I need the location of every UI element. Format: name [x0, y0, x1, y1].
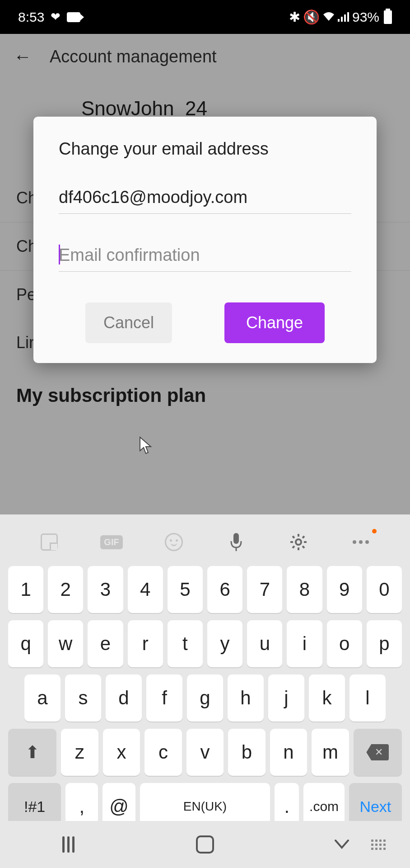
- key-v[interactable]: v: [186, 729, 224, 776]
- key-j[interactable]: j: [268, 675, 304, 722]
- svg-point-6: [296, 539, 301, 545]
- android-nav-bar: [0, 821, 410, 868]
- signal-icon: [338, 9, 349, 25]
- key-n[interactable]: n: [270, 729, 308, 776]
- camera-icon: [67, 12, 80, 22]
- more-icon[interactable]: [349, 531, 372, 553]
- keyboard-row-zxcv: ⬆ z x c v b n m ✕: [8, 729, 402, 776]
- key-r[interactable]: r: [128, 620, 163, 667]
- key-c[interactable]: c: [144, 729, 182, 776]
- soft-keyboard: GIF 1 2 3 4 5 6 7 8 9 0 q w e r t y: [0, 514, 410, 868]
- key-z[interactable]: z: [61, 729, 98, 776]
- key-7[interactable]: 7: [247, 566, 282, 613]
- key-k[interactable]: k: [309, 675, 345, 722]
- keyboard-row-numbers: 1 2 3 4 5 6 7 8 9 0: [8, 566, 402, 613]
- key-s[interactable]: s: [65, 675, 101, 722]
- svg-rect-0: [338, 19, 340, 22]
- key-8[interactable]: 8: [287, 566, 322, 613]
- key-9[interactable]: 9: [327, 566, 362, 613]
- svg-line-13: [293, 546, 294, 548]
- mic-icon[interactable]: [225, 531, 247, 553]
- svg-rect-1: [341, 17, 343, 22]
- key-backspace[interactable]: ✕: [354, 729, 402, 776]
- key-p[interactable]: p: [367, 620, 402, 667]
- status-bar: 8:53 ❤ ✱ 🔇 93%: [0, 0, 410, 34]
- wifi-icon: [322, 9, 335, 25]
- svg-rect-3: [347, 12, 349, 22]
- dialog-title: Change your email address: [59, 139, 351, 159]
- email-confirmation-input[interactable]: [59, 241, 351, 272]
- nav-back-button[interactable]: [324, 833, 360, 856]
- key-y[interactable]: y: [207, 620, 242, 667]
- key-2[interactable]: 2: [48, 566, 83, 613]
- key-0[interactable]: 0: [367, 566, 402, 613]
- mute-icon: 🔇: [303, 9, 320, 25]
- nav-keyboard-toggle[interactable]: [360, 833, 396, 856]
- key-h[interactable]: h: [228, 675, 264, 722]
- status-time: 8:53: [18, 9, 44, 25]
- change-email-dialog: Change your email address Cancel Change: [33, 117, 377, 363]
- svg-line-14: [303, 536, 304, 538]
- gear-icon[interactable]: [287, 531, 310, 553]
- key-6[interactable]: 6: [207, 566, 242, 613]
- key-x[interactable]: x: [103, 729, 140, 776]
- key-3[interactable]: 3: [88, 566, 123, 613]
- battery-icon: [384, 10, 392, 24]
- key-d[interactable]: d: [106, 675, 142, 722]
- key-i[interactable]: i: [287, 620, 322, 667]
- key-w[interactable]: w: [48, 620, 83, 667]
- key-b[interactable]: b: [228, 729, 266, 776]
- keyboard-row-qwerty: q w e r t y u i o p: [8, 620, 402, 667]
- svg-line-11: [293, 536, 294, 538]
- key-e[interactable]: e: [88, 620, 123, 667]
- key-5[interactable]: 5: [168, 566, 203, 613]
- key-f[interactable]: f: [146, 675, 182, 722]
- cancel-button[interactable]: Cancel: [85, 302, 172, 343]
- emoji-icon[interactable]: [163, 531, 185, 553]
- key-shift[interactable]: ⬆: [8, 729, 56, 776]
- key-t[interactable]: t: [168, 620, 203, 667]
- nav-home-button[interactable]: [187, 833, 223, 856]
- change-button[interactable]: Change: [224, 302, 325, 343]
- svg-line-12: [303, 546, 304, 548]
- bluetooth-icon: ✱: [289, 9, 300, 25]
- key-q[interactable]: q: [8, 620, 43, 667]
- keyboard-row-asdf: a s d f g h j k l: [8, 675, 402, 722]
- key-1[interactable]: 1: [8, 566, 43, 613]
- email-input[interactable]: [59, 183, 351, 214]
- sticker-icon[interactable]: [38, 531, 61, 553]
- battery-pct: 93%: [352, 9, 379, 25]
- svg-rect-2: [344, 14, 346, 22]
- key-o[interactable]: o: [327, 620, 362, 667]
- key-4[interactable]: 4: [128, 566, 163, 613]
- key-u[interactable]: u: [247, 620, 282, 667]
- svg-rect-4: [233, 533, 239, 544]
- gif-icon[interactable]: GIF: [100, 531, 123, 553]
- key-a[interactable]: a: [24, 675, 61, 722]
- nav-recent-button[interactable]: [50, 833, 86, 856]
- key-l[interactable]: l: [349, 675, 386, 722]
- key-g[interactable]: g: [187, 675, 223, 722]
- heart-icon: ❤: [51, 10, 61, 24]
- key-m[interactable]: m: [312, 729, 349, 776]
